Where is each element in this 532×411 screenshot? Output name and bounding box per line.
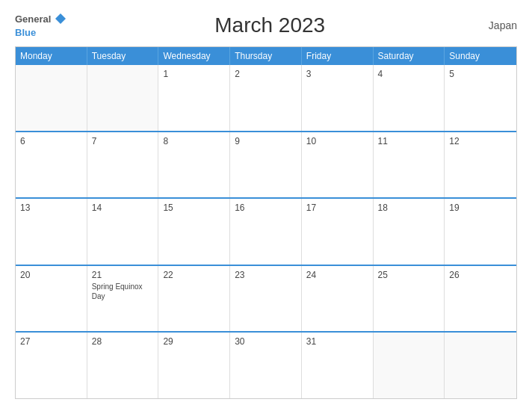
logo: General Blue bbox=[15, 12, 67, 39]
week-row-1: 12345 bbox=[16, 65, 516, 131]
calendar-cell: 27 bbox=[16, 333, 87, 398]
calendar-cell: 2 bbox=[230, 65, 302, 131]
cell-number: 16 bbox=[235, 203, 297, 213]
calendar-cell: 22 bbox=[158, 266, 230, 332]
cell-number: 11 bbox=[378, 136, 440, 146]
calendar-title: March 2023 bbox=[67, 13, 472, 37]
cell-number: 23 bbox=[235, 270, 297, 280]
calendar-cell: 7 bbox=[87, 132, 159, 198]
cell-number: 25 bbox=[378, 270, 440, 280]
calendar-cell: 8 bbox=[158, 132, 230, 198]
day-header-thursday: Thursday bbox=[230, 47, 302, 65]
cell-number: 5 bbox=[449, 69, 512, 79]
logo-blue: Blue bbox=[15, 27, 36, 38]
logo-flag-icon bbox=[54, 12, 67, 25]
calendar: MondayTuesdayWednesdayThursdayFridaySatu… bbox=[15, 46, 517, 399]
cell-number: 15 bbox=[163, 203, 225, 213]
cell-number: 31 bbox=[306, 336, 368, 347]
calendar-cell: 12 bbox=[445, 132, 516, 198]
calendar-cell: 17 bbox=[302, 199, 374, 265]
calendar-cell: 16 bbox=[230, 199, 302, 265]
calendar-cell bbox=[445, 333, 516, 398]
calendar-cell: 29 bbox=[158, 333, 230, 398]
day-header-sunday: Sunday bbox=[445, 47, 516, 65]
cell-event: Spring Equinox Day bbox=[92, 282, 154, 301]
cell-number: 14 bbox=[92, 203, 154, 213]
calendar-body: 123456789101112131415161718192021Spring … bbox=[16, 65, 516, 398]
cell-number: 13 bbox=[20, 203, 82, 213]
calendar-cell: 26 bbox=[445, 266, 516, 332]
calendar-cell: 9 bbox=[230, 132, 302, 198]
calendar-cell: 23 bbox=[230, 266, 302, 332]
calendar-cell: 15 bbox=[158, 199, 230, 265]
calendar-cell: 5 bbox=[445, 65, 516, 131]
cell-number: 29 bbox=[163, 336, 225, 347]
day-header-friday: Friday bbox=[302, 47, 374, 65]
calendar-cell: 11 bbox=[374, 132, 445, 198]
cell-number: 18 bbox=[378, 203, 440, 213]
cell-number: 12 bbox=[449, 136, 512, 146]
header: General Blue March 2023 Japan bbox=[15, 12, 517, 39]
calendar-cell: 31 bbox=[302, 333, 374, 398]
cell-number: 19 bbox=[449, 203, 512, 213]
calendar-cell: 4 bbox=[374, 65, 445, 131]
calendar-cell: 21Spring Equinox Day bbox=[87, 266, 159, 332]
calendar-page: General Blue March 2023 Japan MondayTues… bbox=[0, 0, 532, 411]
week-row-3: 13141516171819 bbox=[16, 197, 516, 265]
logo-general: General bbox=[15, 14, 51, 24]
calendar-cell: 3 bbox=[302, 65, 374, 131]
calendar-cell: 25 bbox=[374, 266, 445, 332]
cell-number: 21 bbox=[92, 270, 154, 280]
day-header-monday: Monday bbox=[16, 47, 87, 65]
cell-number: 9 bbox=[235, 136, 297, 146]
calendar-cell: 10 bbox=[302, 132, 374, 198]
calendar-header: MondayTuesdayWednesdayThursdayFridaySatu… bbox=[16, 47, 516, 65]
calendar-cell: 19 bbox=[445, 199, 516, 265]
cell-number: 7 bbox=[92, 136, 154, 146]
country-label: Japan bbox=[472, 19, 517, 31]
cell-number: 26 bbox=[449, 270, 512, 280]
cell-number: 22 bbox=[163, 270, 225, 280]
calendar-cell bbox=[87, 65, 159, 131]
cell-number: 4 bbox=[378, 69, 440, 79]
cell-number: 8 bbox=[163, 136, 225, 146]
day-header-tuesday: Tuesday bbox=[87, 47, 159, 65]
calendar-cell: 28 bbox=[87, 333, 159, 398]
week-row-5: 2728293031 bbox=[16, 331, 516, 398]
calendar-cell: 13 bbox=[16, 199, 87, 265]
cell-number: 10 bbox=[306, 136, 368, 146]
cell-number: 24 bbox=[306, 270, 368, 280]
calendar-cell: 24 bbox=[302, 266, 374, 332]
svg-marker-0 bbox=[55, 13, 66, 24]
cell-number: 3 bbox=[306, 69, 368, 79]
cell-number: 27 bbox=[20, 336, 82, 347]
week-row-2: 6789101112 bbox=[16, 131, 516, 198]
calendar-cell: 6 bbox=[16, 132, 87, 198]
calendar-cell: 30 bbox=[230, 333, 302, 398]
day-header-wednesday: Wednesday bbox=[158, 47, 230, 65]
cell-number: 2 bbox=[235, 69, 297, 79]
calendar-cell: 20 bbox=[16, 266, 87, 332]
cell-number: 17 bbox=[306, 203, 368, 213]
calendar-cell bbox=[16, 65, 87, 131]
calendar-cell bbox=[374, 333, 445, 398]
cell-number: 6 bbox=[20, 136, 82, 146]
calendar-cell: 14 bbox=[87, 199, 159, 265]
cell-number: 28 bbox=[92, 336, 154, 347]
cell-number: 1 bbox=[163, 69, 225, 79]
week-row-4: 2021Spring Equinox Day2223242526 bbox=[16, 265, 516, 332]
day-header-saturday: Saturday bbox=[374, 47, 445, 65]
cell-number: 30 bbox=[235, 336, 297, 347]
calendar-cell: 18 bbox=[374, 199, 445, 265]
calendar-cell: 1 bbox=[158, 65, 230, 131]
cell-number: 20 bbox=[20, 270, 82, 280]
